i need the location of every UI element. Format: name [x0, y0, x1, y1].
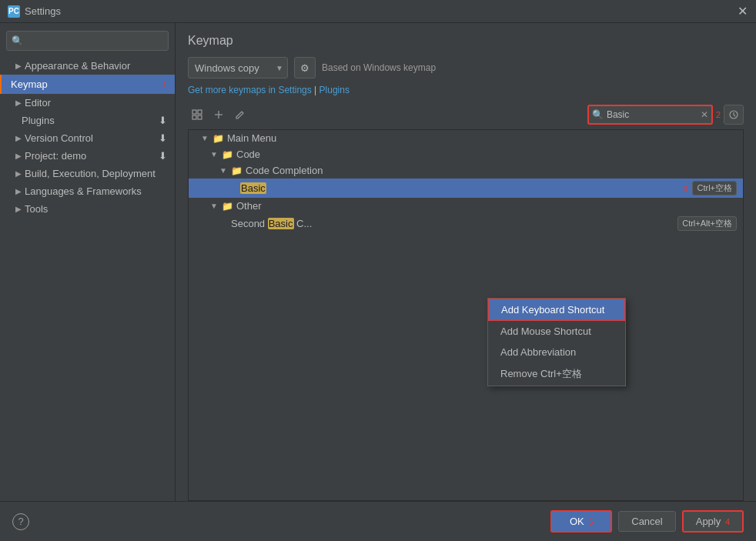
sidebar-item-appearance-behavior[interactable]: ▶ Appearance & Behavior [0, 57, 175, 75]
expand-icon: ▼ [210, 150, 219, 159]
menu-item-label: Add Keyboard Shortcut [501, 304, 604, 316]
keymap-badge: 1 [162, 80, 167, 89]
search-field[interactable]: 🔍 ✕ [587, 105, 713, 125]
svg-rect-2 [192, 115, 196, 119]
edit-button[interactable] [231, 105, 249, 124]
ok-label: OK [570, 516, 584, 527]
menu-item-label: Add Mouse Shortcut [500, 326, 591, 337]
ok-badge: 5 [588, 517, 593, 526]
expand-icon: ▼ [219, 166, 229, 175]
keymap-dropdown[interactable]: Windows copy [188, 57, 288, 78]
window-title: Settings [25, 5, 736, 17]
sidebar: 🔍 ▶ Appearance & Behavior Keymap 1 ▶ Edi… [0, 23, 176, 501]
search-badge: 2 [716, 110, 721, 119]
arrow-icon: ▶ [15, 134, 22, 142]
sidebar-item-label: Editor [25, 97, 51, 109]
tree-item-basic[interactable]: Basic 3 Ctrl+空格 [189, 179, 743, 198]
expand-icon: ▼ [201, 134, 210, 142]
expand-icon: ▼ [210, 202, 219, 210]
tree-item-code-completion[interactable]: ▼ 📁 Code Completion [189, 162, 743, 179]
arrow-icon: ▶ [15, 205, 22, 213]
vcs-icon: ⬇ [159, 132, 167, 144]
search-input[interactable] [607, 109, 699, 120]
search-icon: 🔍 [592, 109, 604, 120]
search-clear-button[interactable]: ✕ [701, 109, 708, 120]
tree-item-second-basic[interactable]: Second Basic C... Ctrl+Alt+空格 [189, 214, 743, 233]
item-label: Other [236, 200, 737, 212]
apply-button[interactable]: Apply 4 [682, 510, 744, 533]
cancel-button[interactable]: Cancel [618, 511, 675, 532]
sidebar-item-build[interactable]: ▶ Build, Execution, Deployment [0, 165, 175, 182]
toolbar-row: 🔍 ✕ 2 [188, 105, 744, 125]
apply-label: Apply [696, 516, 721, 527]
close-button[interactable]: ✕ [736, 5, 748, 18]
context-menu-item-remove-shortcut[interactable]: Remove Ctrl+空格 [488, 362, 625, 386]
keymap-controls: Windows copy ▼ ⚙ Based on Windows keymap [188, 57, 744, 78]
shortcut-badge: Ctrl+Alt+空格 [677, 216, 737, 231]
shortcut-badge: Ctrl+空格 [692, 181, 737, 195]
arrow-icon: ▶ [15, 152, 22, 160]
svg-rect-3 [198, 115, 202, 119]
context-menu-item-add-keyboard-shortcut[interactable]: Add Keyboard Shortcut [488, 299, 625, 321]
item-label: Code Completion [246, 165, 737, 176]
ok-button[interactable]: OK 5 [550, 510, 612, 533]
plugins-link[interactable]: Plugins [319, 85, 350, 95]
folder-icon: 📁 [231, 165, 243, 176]
item-label: Main Menu [227, 132, 737, 144]
svg-rect-0 [192, 110, 196, 114]
item-label: Code [236, 149, 737, 160]
sidebar-item-label: Build, Execution, Deployment [25, 168, 156, 179]
sidebar-item-keymap[interactable]: Keymap 1 [0, 75, 175, 94]
sidebar-item-label: Appearance & Behavior [25, 60, 130, 72]
highlight-basic: Basic [268, 218, 294, 229]
search-icon: 🔍 [12, 35, 23, 46]
sidebar-item-version-control[interactable]: ▶ Version Control ⬇ [0, 129, 175, 147]
panel-title: Keymap [188, 34, 744, 48]
search-history-button[interactable] [724, 105, 744, 125]
sidebar-search-input[interactable] [26, 35, 163, 46]
item-badge: 3 [683, 184, 687, 193]
right-panel: Keymap Windows copy ▼ ⚙ Based on Windows… [176, 23, 756, 501]
arrow-icon: ▶ [15, 187, 22, 195]
sidebar-item-languages[interactable]: ▶ Languages & Frameworks [0, 182, 175, 200]
based-on-text: Based on Windows keymap [322, 62, 436, 73]
tree-item-code[interactable]: ▼ 📁 Code [189, 146, 743, 162]
folder-icon: 📁 [222, 201, 233, 212]
item-label: Basic [240, 182, 680, 194]
highlight-basic: Basic [240, 182, 266, 194]
bottom-right: OK 5 Cancel Apply 4 [550, 510, 744, 533]
sidebar-search[interactable]: 🔍 [6, 31, 169, 51]
context-menu-item-add-mouse-shortcut[interactable]: Add Mouse Shortcut [488, 321, 625, 342]
sidebar-item-project-demo[interactable]: ▶ Project: demo ⬇ [0, 147, 175, 165]
get-more-keymaps-link[interactable]: Get more keymaps in Settings [188, 85, 312, 95]
sidebar-item-tools[interactable]: ▶ Tools [0, 200, 175, 218]
gear-button[interactable]: ⚙ [294, 57, 316, 78]
keymap-dropdown-wrapper[interactable]: Windows copy ▼ [188, 57, 288, 78]
bottom-left: ? [12, 513, 29, 530]
tree-area: ▼ 📁 Main Menu ▼ 📁 Code ▼ 📁 Code Completi… [188, 129, 744, 501]
main-content: 🔍 ▶ Appearance & Behavior Keymap 1 ▶ Edi… [0, 23, 756, 501]
sidebar-item-editor[interactable]: ▶ Editor [0, 94, 175, 112]
help-button[interactable]: ? [12, 513, 29, 530]
title-bar: PC Settings ✕ [0, 0, 756, 23]
project-icon: ⬇ [159, 150, 167, 162]
expand-all-button[interactable] [188, 105, 206, 124]
menu-item-label: Remove Ctrl+空格 [500, 368, 582, 379]
sidebar-keymap-label: Keymap [11, 78, 159, 90]
svg-rect-1 [198, 110, 202, 114]
folder-icon: 📁 [222, 149, 233, 160]
sidebar-item-label: Version Control [25, 132, 93, 144]
sidebar-item-label: Plugins [22, 115, 55, 126]
tree-item-other[interactable]: ▼ 📁 Other [189, 198, 743, 214]
tree-item-main-menu[interactable]: ▼ 📁 Main Menu [189, 130, 743, 146]
arrow-icon: ▶ [15, 62, 22, 70]
collapse-all-button[interactable] [209, 105, 228, 124]
arrow-icon: ▶ [15, 99, 22, 107]
app-icon: PC [8, 5, 20, 18]
folder-icon: 📁 [212, 133, 224, 144]
menu-item-label: Add Abbreviation [500, 346, 576, 358]
sidebar-item-label: Languages & Frameworks [25, 185, 142, 197]
context-menu-item-add-abbreviation[interactable]: Add Abbreviation [488, 342, 625, 362]
sidebar-item-plugins[interactable]: Plugins ⬇ [0, 112, 175, 129]
search-area: 🔍 ✕ 2 [587, 105, 744, 125]
